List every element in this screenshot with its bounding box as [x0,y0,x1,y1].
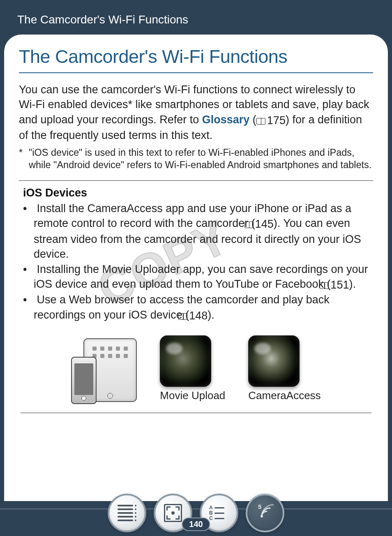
page-number-pill: 140 [182,518,210,531]
ios-devices-section: iOS Devices Install the CameraAccess app… [19,187,373,323]
abc-index-icon: ABC [209,505,229,521]
page-ref-151[interactable]: 151 [330,277,349,292]
glossary-link[interactable]: Glossary [202,113,250,126]
page-ref-num: 175 [267,114,286,127]
intro-text-2a: ( [249,113,256,126]
list-item: Use a Web browser to access the camcorde… [23,292,371,323]
wifi-badge-number: 5 [258,503,261,510]
bullet-text: ). [349,278,356,290]
bottom-nav: ABC 5 140 [0,505,392,536]
page-ref-num: 148 [189,310,208,322]
wifi-icon: 5 [255,504,275,522]
camera-access-app[interactable]: CameraAccess [248,335,321,402]
document-page: COPY The Camcorder's Wi-Fi Functions You… [4,35,388,501]
page-ref-145[interactable]: 145 [255,217,274,231]
movie-upload-label: Movie Upload [160,389,225,402]
expand-icon [164,504,182,522]
book-icon [320,282,329,289]
movie-upload-app[interactable]: Movie Upload [160,335,225,402]
intro-paragraph: You can use the camcorder's Wi-Fi functi… [19,82,373,143]
footnote: *"iOS device" is used in this text to re… [19,146,373,171]
page-ref-num: 151 [330,279,349,291]
page-title: The Camcorder's Wi-Fi Functions [19,46,373,73]
subsection-heading: iOS Devices [23,187,373,199]
list-item: Install the CameraAccess app and use you… [23,201,371,262]
bullet-text: Installing the Movie Uploader app, you c… [34,263,368,290]
book-icon [256,118,265,125]
phone-icon [71,357,97,404]
list-item: Installing the Movie Uploader app, you c… [23,262,371,293]
page-ref-148[interactable]: 148 [189,308,208,323]
footnote-text: "iOS device" is used in this text to ref… [29,147,371,171]
wifi-chapter-button[interactable]: 5 [246,494,284,532]
page-ref-num: 145 [255,218,274,230]
lens-icon [160,335,211,387]
section-divider [21,413,371,413]
toc-button[interactable] [108,494,146,532]
lens-icon [248,335,300,387]
app-thumbnails-row: Movie Upload CameraAccess [19,335,373,402]
camera-access-label: CameraAccess [248,389,321,402]
list-icon [118,505,136,521]
page-ref-175[interactable]: 175 [256,113,286,128]
section-divider [19,180,373,181]
book-icon [244,222,254,228]
breadcrumb-header: The Camcorder's Wi-Fi Functions [0,0,392,35]
ios-devices-illustration [71,338,137,402]
book-icon [178,313,187,320]
bullet-text: ). [208,309,214,321]
